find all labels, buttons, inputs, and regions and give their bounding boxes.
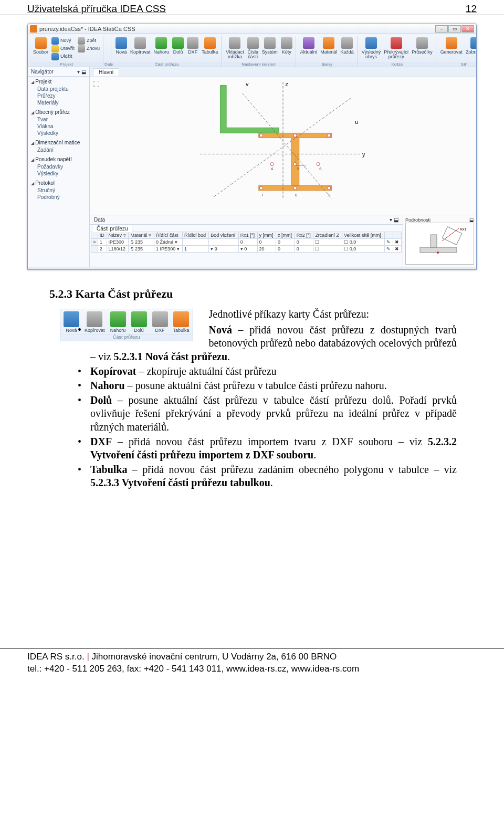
nav-item[interactable]: Materiály: [30, 99, 87, 106]
nahoru-icon: [155, 37, 167, 49]
list-item: Nová – přidá novou část průřezu z dostup…: [78, 323, 457, 364]
table-col-header[interactable]: y [mm]: [257, 232, 276, 239]
table-col-header[interactable]: Bod vložení: [209, 232, 239, 239]
svg-point-12: [293, 134, 297, 137]
ribbon-item-každá[interactable]: Každá: [340, 37, 354, 55]
svg-text:6: 6: [319, 166, 321, 171]
dolů-icon: [172, 37, 184, 49]
svg-text:u: u: [355, 119, 358, 125]
table-col-header[interactable]: [393, 232, 402, 239]
nav-item[interactable]: Výsledky: [30, 170, 87, 177]
ribbon-item-nahoru[interactable]: Nahoru: [154, 37, 170, 55]
svg-rect-1: [291, 138, 299, 186]
detail-pin-icon[interactable]: ⬓: [469, 217, 474, 223]
ribbon-item-vkládací mřížka[interactable]: Vkládací mřížka: [226, 37, 244, 60]
průsečíky-icon: [416, 37, 428, 49]
ribbon-item-kopírovat[interactable]: Kopírovat: [130, 37, 151, 55]
table-col-header[interactable]: Rx1 [°]: [238, 232, 257, 239]
svg-text:9: 9: [328, 193, 330, 197]
canvas-tab-main[interactable]: Hlavní: [93, 68, 119, 76]
zoom-extents-icon[interactable]: ⛶: [93, 80, 99, 88]
ribbon-item-generovat[interactable]: Generovat: [440, 37, 463, 55]
ribbon-item-kóty[interactable]: Kóty: [281, 37, 292, 55]
maximize-button[interactable]: ▭: [448, 25, 461, 33]
svg-rect-32: [442, 227, 461, 245]
tabulka-icon: [204, 37, 216, 49]
table-row[interactable]: 2L180/12S 2351 IPE300 ▾1▾ 9▾ 02000☐☐ 0,0…: [91, 246, 402, 253]
page-footer: IDEA RS s.r.o. | Jihomoravské inovační c…: [0, 648, 504, 680]
data-pane-pin-icon[interactable]: ▾ ⬓: [390, 217, 398, 223]
ribbon-item-systém[interactable]: Systém: [262, 37, 278, 55]
ribbon-item-zpět[interactable]: Zpět: [78, 37, 100, 45]
minimize-button[interactable]: –: [435, 25, 448, 33]
svg-text:5: 5: [297, 166, 299, 171]
nav-group-posudek napětí[interactable]: Posudek napětí: [30, 155, 87, 163]
ribbon-item-zobrazení[interactable]: Zobrazení: [466, 37, 477, 55]
ribbon-item-dolů[interactable]: Dolů: [172, 37, 184, 55]
app-title: prurezy.ideaCss* - IDEA StatiCa CSS: [39, 26, 135, 32]
nav-group-obecný průřez[interactable]: Obecný průřez: [30, 108, 87, 116]
canvas[interactable]: ⛶: [90, 77, 476, 215]
ribbon-item-nová[interactable]: Nová: [116, 37, 127, 55]
list-item: DXF – přidá novou část průřezu importem …: [78, 435, 457, 462]
svg-point-17: [270, 163, 274, 166]
nav-group-dimenzační matice[interactable]: Dimenzační matice: [30, 139, 87, 146]
table-col-header[interactable]: ID: [98, 232, 107, 239]
vkládací mřížka-icon: [229, 37, 240, 49]
ribbon-item-tabulka[interactable]: Tabulka: [202, 37, 218, 55]
ribbon-item-dxf[interactable]: DXF: [187, 37, 198, 55]
nav-group-protokol[interactable]: Protokol: [30, 179, 87, 187]
footer-contacts: tel.: +420 - 511 205 263, fax: +420 - 54…: [27, 663, 477, 675]
ribbon-item-otevřít[interactable]: Otevřít: [51, 45, 75, 53]
otevřít-icon: [51, 45, 59, 53]
list-item: Dolů – posune aktuální část průřezu v ta…: [78, 394, 457, 434]
nav-item[interactable]: Zadání: [30, 146, 87, 153]
table-row[interactable]: >1IPE300S 2350 Žádná ▾0000☐☐ 0,0✎✖: [91, 239, 402, 246]
table-col-header[interactable]: [91, 232, 98, 239]
ribbon-item-materiál[interactable]: Materiál: [320, 37, 337, 55]
nav-group-projekt[interactable]: Projekt: [30, 78, 87, 86]
překrývající průřezy-icon: [391, 37, 402, 49]
ribbon-group-label: Část průřezu: [112, 62, 221, 67]
ribbon-item-aktuální[interactable]: Aktuální: [300, 37, 318, 55]
close-button[interactable]: ✕: [461, 25, 474, 33]
app-icon: [30, 25, 37, 33]
table-col-header[interactable]: Materiál ▿: [129, 232, 154, 239]
nav-item[interactable]: Průřezy: [30, 92, 87, 99]
table-col-header[interactable]: Řídící bod: [183, 232, 209, 239]
svg-text:7: 7: [261, 193, 263, 197]
navigator-pin-icon[interactable]: ▾ ⬓: [77, 69, 86, 75]
ribbon-item-čísla částí[interactable]: Čísla částí: [247, 37, 259, 60]
nav-item[interactable]: Podrobný: [30, 194, 87, 201]
table-col-header[interactable]: Rx2 [°]: [295, 232, 313, 239]
table-col-header[interactable]: Zrcadlení Z: [313, 232, 342, 239]
nav-item[interactable]: Data projektu: [30, 86, 87, 92]
table-col-header[interactable]: Řídící část: [154, 232, 183, 239]
ribbon-item-nový[interactable]: Nový: [51, 37, 75, 45]
table-col-header[interactable]: [385, 232, 393, 239]
ribbon-item-znovu[interactable]: Znovu: [78, 45, 100, 53]
titlebar: prurezy.ideaCss* - IDEA StatiCa CSS – ▭ …: [28, 24, 476, 34]
ribbon-group-label: Nastavení kreslení: [223, 62, 296, 67]
ribbon-item-překrývající průřezy[interactable]: Překrývající průřezy: [384, 37, 408, 60]
detail-thumbnail: Rx1: [405, 223, 474, 265]
table-col-header[interactable]: Velikost sítě [mm]: [342, 232, 385, 239]
nav-item[interactable]: Výsledky: [30, 130, 87, 137]
header-page-number: 12: [466, 3, 477, 15]
data-tab-parts[interactable]: Části průřezu: [92, 225, 132, 232]
ribbon-item-uložit[interactable]: Uložit: [51, 53, 75, 60]
data-pane-title: Data: [94, 217, 105, 223]
table-col-header[interactable]: z [mm]: [276, 232, 295, 239]
ribbon-item-průsečíky[interactable]: Průsečíky: [412, 37, 433, 55]
nav-item[interactable]: Požadavky: [30, 163, 87, 170]
nav-item[interactable]: Vlákna: [30, 123, 87, 130]
ribbon-item-výsledný obrys[interactable]: Výsledný obrys: [362, 37, 381, 60]
parts-table[interactable]: IDNázev ▿Materiál ▿Řídící částŘídící bod…: [91, 232, 402, 253]
ribbon-item-soubor[interactable]: Soubor: [33, 37, 48, 55]
svg-text:4: 4: [271, 166, 274, 171]
nav-item[interactable]: Stručný: [30, 187, 87, 194]
nav-item[interactable]: Tvar: [30, 116, 87, 123]
table-col-header[interactable]: Název ▿: [107, 232, 129, 239]
systém-icon: [264, 37, 276, 49]
navigator-title: Navigátor: [31, 69, 54, 75]
